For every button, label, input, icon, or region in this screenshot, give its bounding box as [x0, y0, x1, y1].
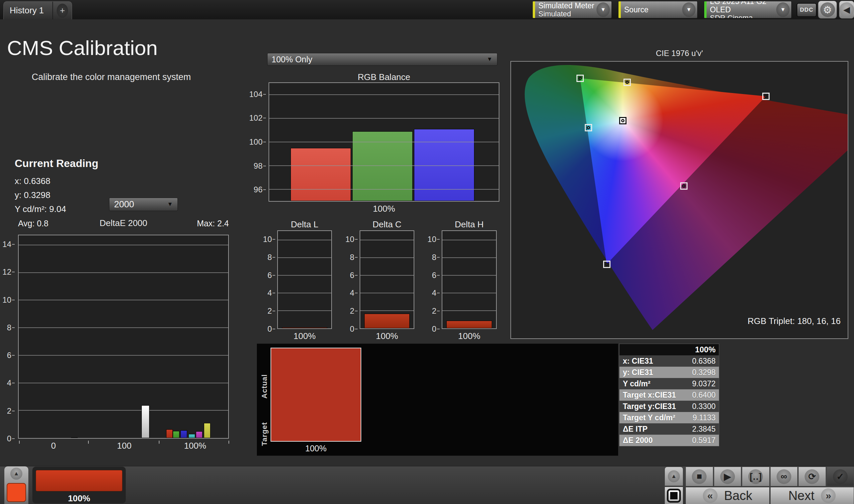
current-patch-swatch[interactable]	[7, 483, 26, 502]
delta-h-bar	[446, 321, 492, 328]
continuous-measure-icon: ∞	[777, 469, 791, 484]
x-axis-tick-mark	[228, 441, 229, 444]
patch-level-bar[interactable]	[36, 470, 122, 491]
y-axis-tick-label: 8	[432, 253, 436, 261]
y-axis-tick-label: 2	[267, 307, 272, 315]
tab-history-1[interactable]: History 1	[4, 2, 53, 19]
row-label: x: CIE31	[623, 357, 653, 366]
row-value: 0.3300	[692, 402, 716, 411]
play-icon: ▶	[720, 469, 735, 484]
collapse-panel-button[interactable]: ◀	[839, 1, 854, 19]
x-axis-tick-mark	[159, 441, 159, 444]
row-value: 0.6400	[692, 391, 716, 400]
deltae-x-axis: 0100100%	[18, 441, 229, 451]
chevron-down-icon: ▼	[596, 2, 610, 17]
y-axis-tick-label: 4	[267, 289, 272, 297]
source-dropdown[interactable]: Source ▼	[618, 1, 698, 18]
single-measurement-button[interactable]: [‥]	[742, 467, 770, 486]
table-row: Target Y cd/m²9.1133	[620, 412, 719, 423]
delta-c-x-label: 100%	[360, 331, 414, 341]
gridline	[269, 118, 499, 119]
levels-filter-value: 100% Only	[272, 55, 312, 64]
reading-luminance: Y cd/m²: 9.04	[15, 204, 66, 214]
delta-l-y-axis: 0246810	[261, 230, 275, 329]
cie-chart-title: CIE 1976 u'v'	[510, 49, 848, 58]
table-row: Y cd/m²9.0372	[620, 378, 719, 389]
row-value: 0.3298	[692, 368, 716, 377]
continuous-measure-button[interactable]: ∞	[770, 467, 798, 486]
sync-button[interactable]: ⟳	[798, 467, 826, 486]
stop-button[interactable]: ■	[685, 467, 713, 486]
expand-controls-button[interactable]: ▲	[664, 467, 683, 486]
y-axis-tick-label: 10	[427, 235, 436, 243]
gridline	[442, 275, 496, 276]
tab-group: History 1 +	[3, 1, 72, 19]
delta-h-x-label: 100%	[442, 331, 497, 341]
deltae-bar-yellow	[204, 423, 210, 438]
gridline	[360, 310, 414, 311]
gridline	[360, 257, 414, 258]
x-axis-tick-label: 0	[51, 441, 56, 451]
rgb-balance-plot	[268, 82, 500, 202]
gridline	[19, 410, 228, 411]
gridline	[19, 383, 228, 383]
chevron-down-icon: ▼	[487, 56, 492, 63]
delta-c-title: Delta C	[360, 219, 414, 230]
display-dropdown[interactable]: LG 2025 A11 G2 OLED SDR Cinema ▼	[704, 1, 791, 18]
y-axis-tick-label: 2	[432, 307, 436, 315]
expand-tray-button[interactable]: ▲	[10, 468, 22, 480]
patch-level-label: 100%	[32, 493, 126, 504]
play-button[interactable]: ▶	[714, 467, 742, 486]
gridline	[19, 355, 228, 356]
gear-icon: ⚙	[820, 2, 835, 17]
row-label: ΔE 2000	[623, 436, 652, 445]
y-axis-tick-label: 0	[7, 435, 11, 443]
settings-button[interactable]: ⚙	[818, 1, 837, 19]
page-title: CMS Calibration	[7, 36, 157, 60]
source-status-stripe	[618, 1, 621, 18]
y-axis-tick-label: 102	[249, 114, 263, 122]
row-label: y: CIE31	[623, 368, 653, 377]
footer-bar: ▲ 100% ▲ ■▶[‥]∞⟳✓ « Back Next »	[0, 466, 854, 504]
y-axis-tick-label: 6	[432, 271, 436, 279]
source-dropdown-line1: Source	[624, 6, 682, 14]
y-axis-tick-label: 6	[350, 271, 354, 279]
gridline	[278, 293, 331, 293]
rgb-red-bar	[291, 148, 351, 201]
gridline	[19, 300, 228, 300]
gridline	[278, 257, 331, 258]
measure-controls: ■▶[‥]∞⟳✓	[685, 467, 854, 486]
next-button-label: Next	[788, 489, 814, 503]
up-arrow-icon: ▲	[668, 470, 680, 482]
next-button[interactable]: Next »	[770, 487, 854, 504]
add-tab-button[interactable]: +	[53, 2, 72, 19]
back-button[interactable]: « Back	[685, 487, 770, 504]
row-value: 9.1133	[693, 413, 716, 422]
y-axis-tick-label: 10	[2, 296, 11, 304]
row-value: 9.0372	[692, 379, 716, 388]
table-row: ΔE ITP2.3845	[620, 423, 719, 435]
accept-icon: ✓	[833, 469, 848, 484]
ddc-button[interactable]: DDC	[797, 3, 817, 17]
y-axis-tick-label: 8	[350, 253, 354, 261]
gridline	[442, 257, 496, 258]
chevron-down-icon: ▼	[776, 2, 790, 17]
pattern-window-button[interactable]	[664, 487, 683, 504]
up-arrow-icon: ▲	[14, 470, 19, 477]
y-axis-tick-label: 104	[249, 90, 263, 98]
gridline	[19, 245, 228, 245]
meter-dropdown[interactable]: Simulated Meter Simulated ▼	[533, 1, 612, 18]
gridline	[360, 293, 414, 293]
table-row: ΔE 20000.5917	[620, 435, 719, 446]
marker-dot	[764, 95, 768, 98]
table-row: y: CIE310.3298	[620, 367, 719, 378]
accept-button[interactable]: ✓	[827, 467, 854, 486]
delta-l-plot	[277, 230, 332, 329]
row-label: ΔE ITP	[623, 425, 647, 434]
levels-filter-dropdown[interactable]: 100% Only ▼	[267, 53, 498, 66]
gridline	[360, 240, 414, 240]
sync-icon: ⟳	[805, 469, 819, 484]
back-button-label: Back	[724, 489, 752, 503]
window-size-dropdown[interactable]: 2000 ▼	[109, 198, 178, 211]
white-point-marker	[619, 117, 627, 124]
